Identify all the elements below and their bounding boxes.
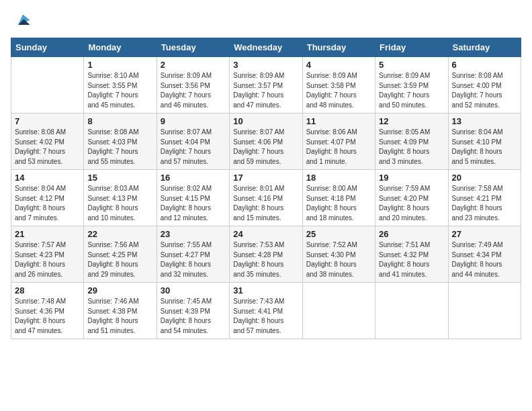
day-number: 31	[233, 285, 298, 295]
day-info: Sunrise: 7:57 AM Sunset: 4:23 PM Dayligh…	[15, 240, 80, 279]
header-saturday: Saturday	[448, 38, 521, 57]
calendar-cell: 5Sunrise: 8:09 AM Sunset: 3:59 PM Daylig…	[375, 57, 448, 113]
day-number: 1	[87, 60, 152, 70]
day-number: 2	[161, 60, 226, 70]
day-number: 11	[306, 116, 371, 126]
day-number: 17	[233, 173, 298, 183]
day-info: Sunrise: 8:07 AM Sunset: 4:04 PM Dayligh…	[161, 128, 226, 167]
day-info: Sunrise: 7:52 AM Sunset: 4:30 PM Dayligh…	[306, 240, 371, 279]
calendar-week-row: 7Sunrise: 8:08 AM Sunset: 4:02 PM Daylig…	[11, 113, 521, 170]
calendar-header-row: SundayMondayTuesdayWednesdayThursdayFrid…	[11, 38, 521, 57]
day-number: 22	[87, 229, 152, 239]
logo	[11, 11, 32, 30]
day-info: Sunrise: 8:04 AM Sunset: 4:10 PM Dayligh…	[452, 128, 517, 167]
day-info: Sunrise: 8:05 AM Sunset: 4:09 PM Dayligh…	[379, 128, 444, 167]
calendar-cell: 11Sunrise: 8:06 AM Sunset: 4:07 PM Dayli…	[302, 113, 375, 170]
day-info: Sunrise: 8:09 AM Sunset: 3:57 PM Dayligh…	[233, 71, 298, 110]
day-info: Sunrise: 8:08 AM Sunset: 4:02 PM Dayligh…	[15, 128, 80, 167]
day-number: 30	[161, 285, 226, 295]
day-info: Sunrise: 7:48 AM Sunset: 4:36 PM Dayligh…	[15, 297, 80, 336]
day-info: Sunrise: 8:02 AM Sunset: 4:15 PM Dayligh…	[161, 184, 226, 223]
calendar-cell: 21Sunrise: 7:57 AM Sunset: 4:23 PM Dayli…	[11, 226, 84, 283]
calendar-table: SundayMondayTuesdayWednesdayThursdayFrid…	[11, 38, 521, 339]
day-info: Sunrise: 7:59 AM Sunset: 4:20 PM Dayligh…	[379, 184, 444, 223]
day-number: 13	[452, 116, 517, 126]
calendar-cell: 28Sunrise: 7:48 AM Sunset: 4:36 PM Dayli…	[11, 283, 84, 339]
calendar-cell: 10Sunrise: 8:07 AM Sunset: 4:06 PM Dayli…	[230, 113, 302, 170]
calendar-cell: 1Sunrise: 8:10 AM Sunset: 3:55 PM Daylig…	[84, 57, 157, 113]
calendar-cell: 7Sunrise: 8:08 AM Sunset: 4:02 PM Daylig…	[11, 113, 84, 170]
calendar-cell: 24Sunrise: 7:53 AM Sunset: 4:28 PM Dayli…	[230, 226, 302, 283]
calendar-cell: 17Sunrise: 8:01 AM Sunset: 4:16 PM Dayli…	[230, 170, 302, 226]
day-number: 7	[15, 116, 80, 126]
calendar-cell: 6Sunrise: 8:08 AM Sunset: 4:00 PM Daylig…	[448, 57, 521, 113]
calendar-cell	[302, 283, 375, 339]
calendar-week-row: 1Sunrise: 8:10 AM Sunset: 3:55 PM Daylig…	[11, 57, 521, 113]
day-info: Sunrise: 8:09 AM Sunset: 3:56 PM Dayligh…	[161, 71, 226, 110]
day-number: 18	[306, 173, 371, 183]
day-number: 27	[452, 229, 517, 239]
day-info: Sunrise: 8:01 AM Sunset: 4:16 PM Dayligh…	[233, 184, 298, 223]
day-number: 26	[379, 229, 444, 239]
day-info: Sunrise: 8:06 AM Sunset: 4:07 PM Dayligh…	[306, 128, 371, 167]
calendar-cell: 16Sunrise: 8:02 AM Sunset: 4:15 PM Dayli…	[157, 170, 229, 226]
day-number: 21	[15, 229, 80, 239]
calendar-cell: 25Sunrise: 7:52 AM Sunset: 4:30 PM Dayli…	[302, 226, 375, 283]
day-number: 20	[452, 173, 517, 183]
header-monday: Monday	[84, 38, 157, 57]
day-number: 9	[161, 116, 226, 126]
day-info: Sunrise: 8:10 AM Sunset: 3:55 PM Dayligh…	[87, 71, 152, 110]
calendar-cell: 20Sunrise: 7:58 AM Sunset: 4:21 PM Dayli…	[448, 170, 521, 226]
calendar-cell: 22Sunrise: 7:56 AM Sunset: 4:25 PM Dayli…	[84, 226, 157, 283]
calendar-cell: 27Sunrise: 7:49 AM Sunset: 4:34 PM Dayli…	[448, 226, 521, 283]
calendar-cell: 2Sunrise: 8:09 AM Sunset: 3:56 PM Daylig…	[157, 57, 229, 113]
day-info: Sunrise: 8:08 AM Sunset: 4:00 PM Dayligh…	[452, 71, 517, 110]
calendar-cell	[448, 283, 521, 339]
day-number: 19	[379, 173, 444, 183]
calendar-cell: 14Sunrise: 8:04 AM Sunset: 4:12 PM Dayli…	[11, 170, 84, 226]
header-tuesday: Tuesday	[157, 38, 229, 57]
day-info: Sunrise: 7:46 AM Sunset: 4:38 PM Dayligh…	[87, 297, 152, 336]
calendar-cell: 26Sunrise: 7:51 AM Sunset: 4:32 PM Dayli…	[375, 226, 448, 283]
day-number: 10	[233, 116, 298, 126]
day-info: Sunrise: 7:53 AM Sunset: 4:28 PM Dayligh…	[233, 240, 298, 279]
day-info: Sunrise: 8:09 AM Sunset: 3:59 PM Dayligh…	[379, 71, 444, 110]
calendar-cell: 18Sunrise: 8:00 AM Sunset: 4:18 PM Dayli…	[302, 170, 375, 226]
calendar-cell: 4Sunrise: 8:09 AM Sunset: 3:58 PM Daylig…	[302, 57, 375, 113]
day-info: Sunrise: 8:00 AM Sunset: 4:18 PM Dayligh…	[306, 184, 371, 223]
day-number: 14	[15, 173, 80, 183]
day-number: 15	[87, 173, 152, 183]
day-number: 23	[161, 229, 226, 239]
calendar-cell: 31Sunrise: 7:43 AM Sunset: 4:41 PM Dayli…	[230, 283, 302, 339]
header-friday: Friday	[375, 38, 448, 57]
calendar-cell: 23Sunrise: 7:55 AM Sunset: 4:27 PM Dayli…	[157, 226, 229, 283]
day-number: 4	[306, 60, 371, 70]
calendar-week-row: 14Sunrise: 8:04 AM Sunset: 4:12 PM Dayli…	[11, 170, 521, 226]
calendar-cell: 12Sunrise: 8:05 AM Sunset: 4:09 PM Dayli…	[375, 113, 448, 170]
day-number: 12	[379, 116, 444, 126]
header-sunday: Sunday	[11, 38, 84, 57]
day-number: 16	[161, 173, 226, 183]
calendar-week-row: 28Sunrise: 7:48 AM Sunset: 4:36 PM Dayli…	[11, 283, 521, 339]
logo-icon	[13, 11, 32, 30]
calendar-week-row: 21Sunrise: 7:57 AM Sunset: 4:23 PM Dayli…	[11, 226, 521, 283]
day-info: Sunrise: 7:49 AM Sunset: 4:34 PM Dayligh…	[452, 240, 517, 279]
page-header	[11, 11, 521, 30]
day-number: 28	[15, 285, 80, 295]
calendar-cell: 29Sunrise: 7:46 AM Sunset: 4:38 PM Dayli…	[84, 283, 157, 339]
day-info: Sunrise: 7:55 AM Sunset: 4:27 PM Dayligh…	[161, 240, 226, 279]
day-number: 3	[233, 60, 298, 70]
calendar-cell	[375, 283, 448, 339]
day-number: 24	[233, 229, 298, 239]
calendar-cell: 13Sunrise: 8:04 AM Sunset: 4:10 PM Dayli…	[448, 113, 521, 170]
day-info: Sunrise: 7:58 AM Sunset: 4:21 PM Dayligh…	[452, 184, 517, 223]
day-info: Sunrise: 7:43 AM Sunset: 4:41 PM Dayligh…	[233, 297, 298, 336]
day-number: 8	[87, 116, 152, 126]
header-thursday: Thursday	[302, 38, 375, 57]
day-number: 5	[379, 60, 444, 70]
calendar-cell: 3Sunrise: 8:09 AM Sunset: 3:57 PM Daylig…	[230, 57, 302, 113]
day-info: Sunrise: 7:51 AM Sunset: 4:32 PM Dayligh…	[379, 240, 444, 279]
calendar-cell: 30Sunrise: 7:45 AM Sunset: 4:39 PM Dayli…	[157, 283, 229, 339]
header-wednesday: Wednesday	[230, 38, 302, 57]
calendar-cell: 19Sunrise: 7:59 AM Sunset: 4:20 PM Dayli…	[375, 170, 448, 226]
